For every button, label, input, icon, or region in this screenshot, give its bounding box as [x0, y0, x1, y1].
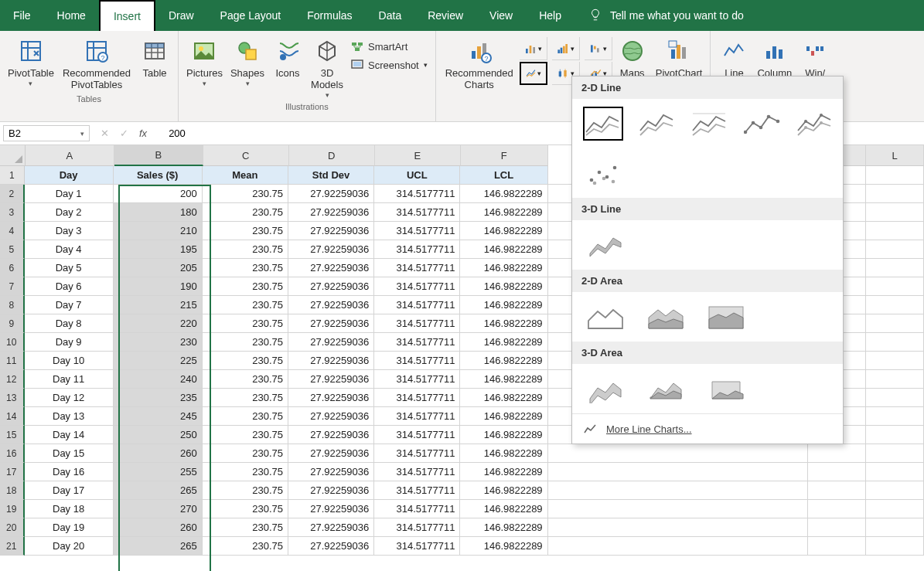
- cell-D6[interactable]: 27.92259036: [288, 259, 374, 277]
- header-cell[interactable]: UCL: [374, 166, 460, 185]
- cell-B2[interactable]: 200: [114, 185, 203, 203]
- cell-A19[interactable]: Day 18: [25, 500, 114, 518]
- cell-A2[interactable]: Day 1: [25, 185, 114, 203]
- cell-E13[interactable]: 314.5177711: [374, 389, 460, 407]
- recommended-pivottables-button[interactable]: ? Recommended PivotTables: [59, 34, 135, 93]
- cell-D3[interactable]: 27.92259036: [288, 203, 374, 222]
- cell-C19[interactable]: 230.75: [203, 500, 288, 518]
- cell-B4[interactable]: 210: [114, 222, 203, 240]
- cell-D21[interactable]: 27.92259036: [288, 537, 374, 556]
- empty-cell[interactable]: [808, 463, 866, 481]
- cell-F3[interactable]: 146.9822289: [460, 203, 547, 222]
- cell-A16[interactable]: Day 15: [25, 444, 114, 463]
- cell-B12[interactable]: 240: [114, 370, 203, 389]
- empty-cell[interactable]: [866, 166, 924, 185]
- cell-F9[interactable]: 146.9822289: [460, 314, 547, 333]
- row-header-11[interactable]: 11: [0, 352, 25, 370]
- col-header-L[interactable]: L: [866, 145, 924, 166]
- cell-F19[interactable]: 146.9822289: [460, 500, 547, 518]
- cell-C9[interactable]: 230.75: [203, 314, 288, 333]
- header-cell[interactable]: Mean: [203, 166, 288, 185]
- row-header-6[interactable]: 6: [0, 259, 25, 277]
- cell-D12[interactable]: 27.92259036: [288, 370, 374, 389]
- row-header-10[interactable]: 10: [0, 333, 25, 352]
- line-chart-100-stacked[interactable]: [691, 107, 728, 141]
- empty-cell[interactable]: [808, 500, 866, 518]
- cell-B16[interactable]: 260: [114, 444, 203, 463]
- cell-F11[interactable]: 146.9822289: [460, 352, 547, 370]
- cell-E14[interactable]: 314.5177711: [374, 407, 460, 426]
- cell-E15[interactable]: 314.5177711: [374, 426, 460, 444]
- cell-B3[interactable]: 180: [114, 203, 203, 222]
- cell-A3[interactable]: Day 2: [25, 203, 114, 222]
- line-chart-100-stacked-markers[interactable]: [583, 156, 628, 190]
- cell-C10[interactable]: 230.75: [203, 333, 288, 352]
- cell-A17[interactable]: Day 16: [25, 463, 114, 481]
- cell-E16[interactable]: 314.5177711: [374, 444, 460, 463]
- cell-B21[interactable]: 265: [114, 537, 203, 556]
- cell-A21[interactable]: Day 20: [25, 537, 114, 556]
- cell-C12[interactable]: 230.75: [203, 370, 288, 389]
- cell-E19[interactable]: 314.5177711: [374, 500, 460, 518]
- cell-D15[interactable]: 27.92259036: [288, 426, 374, 444]
- empty-cell[interactable]: [866, 407, 924, 426]
- cell-C6[interactable]: 230.75: [203, 259, 288, 277]
- col-header-E[interactable]: E: [375, 145, 461, 166]
- cell-D17[interactable]: 27.92259036: [288, 463, 374, 481]
- cancel-icon[interactable]: ✕: [101, 127, 109, 139]
- 3d-models-button[interactable]: 3D Models▾: [308, 34, 346, 100]
- col-header-B[interactable]: B: [114, 145, 203, 166]
- empty-cell[interactable]: [866, 314, 924, 333]
- row-header-18[interactable]: 18: [0, 481, 25, 500]
- name-box[interactable]: B2 ▾: [3, 125, 90, 141]
- row-header-4[interactable]: 4: [0, 222, 25, 240]
- empty-cell[interactable]: [866, 463, 924, 481]
- cell-E3[interactable]: 314.5177711: [374, 203, 460, 222]
- cell-C13[interactable]: 230.75: [203, 389, 288, 407]
- cell-E12[interactable]: 314.5177711: [374, 370, 460, 389]
- cell-B17[interactable]: 255: [114, 463, 203, 481]
- cell-C17[interactable]: 230.75: [203, 463, 288, 481]
- area-chart-100-stacked[interactable]: [704, 300, 748, 334]
- row-header-2[interactable]: 2: [0, 185, 25, 203]
- tab-home[interactable]: Home: [44, 0, 99, 31]
- cell-C3[interactable]: 230.75: [203, 203, 288, 222]
- cell-D8[interactable]: 27.92259036: [288, 296, 374, 314]
- empty-cell[interactable]: [866, 259, 924, 277]
- tab-data[interactable]: Data: [366, 0, 415, 31]
- cell-E5[interactable]: 314.5177711: [374, 240, 460, 259]
- header-cell[interactable]: Sales ($): [114, 166, 203, 185]
- chart-line-button[interactable]: ▾: [520, 62, 547, 85]
- empty-cell[interactable]: [866, 222, 924, 240]
- tab-review[interactable]: Review: [414, 0, 476, 31]
- cell-D7[interactable]: 27.92259036: [288, 277, 374, 296]
- cell-D11[interactable]: 27.92259036: [288, 352, 374, 370]
- cell-A9[interactable]: Day 8: [25, 314, 114, 333]
- col-header-D[interactable]: D: [289, 145, 375, 166]
- empty-cell[interactable]: [808, 537, 866, 556]
- tab-help[interactable]: Help: [526, 0, 575, 31]
- empty-cell[interactable]: [866, 296, 924, 314]
- empty-cell[interactable]: [548, 463, 808, 481]
- cell-F21[interactable]: 146.9822289: [460, 537, 547, 556]
- cell-B11[interactable]: 225: [114, 352, 203, 370]
- cell-C14[interactable]: 230.75: [203, 407, 288, 426]
- empty-cell[interactable]: [866, 481, 924, 500]
- cell-F5[interactable]: 146.9822289: [460, 240, 547, 259]
- header-cell[interactable]: LCL: [460, 166, 547, 185]
- empty-cell[interactable]: [866, 518, 924, 537]
- cell-E21[interactable]: 314.5177711: [374, 537, 460, 556]
- cell-A13[interactable]: Day 12: [25, 389, 114, 407]
- cell-C11[interactable]: 230.75: [203, 352, 288, 370]
- select-all-corner[interactable]: [0, 145, 26, 166]
- empty-cell[interactable]: [548, 481, 808, 500]
- smartart-button[interactable]: SmartArt: [348, 39, 431, 54]
- cell-D10[interactable]: 27.92259036: [288, 333, 374, 352]
- cell-F20[interactable]: 146.9822289: [460, 518, 547, 537]
- cell-B14[interactable]: 245: [114, 407, 203, 426]
- area-chart-stacked[interactable]: [643, 300, 688, 334]
- cell-E18[interactable]: 314.5177711: [374, 481, 460, 500]
- cell-A10[interactable]: Day 9: [25, 333, 114, 352]
- empty-cell[interactable]: [808, 481, 866, 500]
- area-chart-basic[interactable]: [583, 300, 628, 334]
